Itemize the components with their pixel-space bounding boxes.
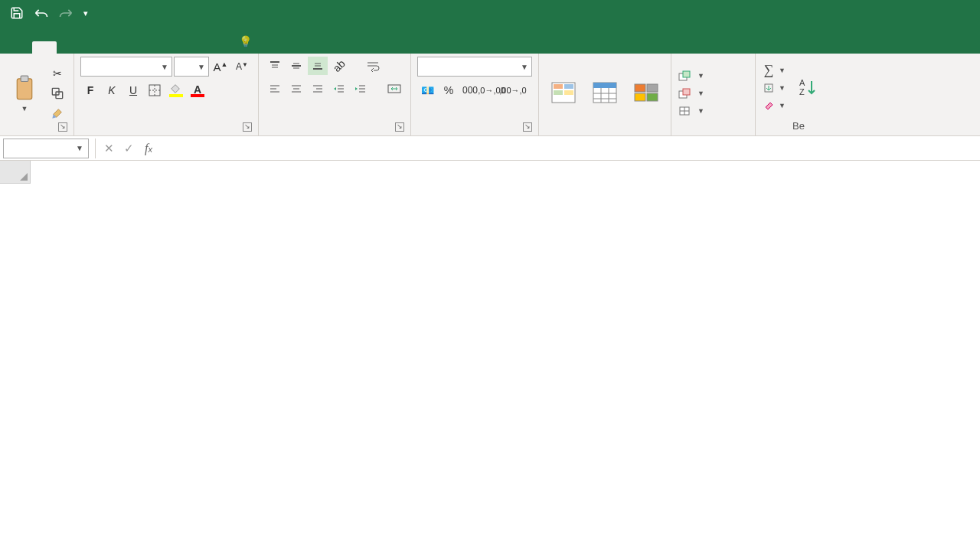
tell-me-search[interactable]: 💡 <box>228 29 267 54</box>
svg-rect-51 <box>683 89 690 95</box>
align-left-button[interactable] <box>265 80 285 98</box>
comma-format-button[interactable]: 000 <box>460 81 480 99</box>
font-color-button[interactable]: A <box>188 81 207 99</box>
tab-review[interactable] <box>155 41 179 54</box>
decrease-font-button[interactable]: A▼ <box>232 57 252 76</box>
svg-rect-35 <box>564 84 573 89</box>
orientation-icon: ab <box>331 57 348 74</box>
bold-button[interactable]: F <box>80 81 100 99</box>
tab-pagelayout[interactable] <box>81 41 106 54</box>
accounting-format-button[interactable]: 💶 <box>417 81 437 99</box>
conditional-formatting-button[interactable] <box>545 77 582 109</box>
save-button[interactable] <box>6 2 28 24</box>
sort-filter-button[interactable]: AZ <box>790 72 825 104</box>
chevron-down-icon: ▼ <box>161 63 168 71</box>
italic-icon: K <box>108 84 115 96</box>
delete-cells-button[interactable]: ▼ <box>678 86 704 101</box>
tab-file[interactable] <box>8 41 32 54</box>
format-cells-icon <box>678 104 691 118</box>
align-right-icon <box>312 83 324 95</box>
undo-button[interactable] <box>31 2 52 24</box>
clear-button[interactable]: ▼ <box>762 98 786 113</box>
worksheet-grid <box>0 161 980 551</box>
thousands-icon: 000 <box>462 85 478 96</box>
cut-button[interactable]: ✂ <box>47 64 67 83</box>
ribbon: ▼ ✂ ↘ ▼ ▼ A▲ A▼ F K <box>0 54 980 136</box>
svg-text:A: A <box>799 78 805 87</box>
font-name-combo[interactable]: ▼ <box>80 57 172 77</box>
svg-rect-46 <box>635 93 645 101</box>
svg-rect-4 <box>149 85 160 96</box>
increase-indent-button[interactable] <box>351 80 371 98</box>
scissors-icon: ✂ <box>53 67 62 80</box>
clipboard-icon <box>11 74 38 102</box>
borders-button[interactable] <box>145 81 165 99</box>
alignment-launcher[interactable]: ↘ <box>395 122 404 132</box>
redo-button[interactable] <box>55 2 77 24</box>
tab-data[interactable] <box>130 41 155 54</box>
x-icon: ✕ <box>104 142 114 155</box>
decrease-font-icon: A▼ <box>236 61 248 72</box>
group-font: ▼ ▼ A▲ A▼ F K U A <box>74 54 259 135</box>
formula-bar: ▼ ✕ ✓ fx <box>0 136 980 161</box>
percent-format-button[interactable]: % <box>439 81 459 99</box>
number-launcher[interactable]: ↘ <box>523 122 532 132</box>
select-all-button[interactable] <box>0 161 31 184</box>
orientation-button[interactable]: ab <box>329 57 349 75</box>
svg-rect-47 <box>647 93 658 101</box>
title-bar: ▾ <box>0 0 980 26</box>
fill-color-button[interactable] <box>166 81 186 99</box>
svg-rect-49 <box>683 71 690 77</box>
font-size-combo[interactable]: ▼ <box>174 57 209 77</box>
copy-button[interactable] <box>47 84 67 103</box>
italic-button[interactable]: K <box>102 81 122 99</box>
tab-home[interactable] <box>32 41 57 54</box>
format-as-table-button[interactable] <box>586 77 623 109</box>
name-box[interactable]: ▼ <box>3 139 89 158</box>
paste-button[interactable]: ▼ <box>6 73 43 114</box>
font-launcher[interactable]: ↘ <box>243 122 252 132</box>
group-editing: ∑▼ ▼ ▼ AZ Be <box>756 54 831 135</box>
svg-text:Z: Z <box>799 87 805 96</box>
insert-function-button[interactable]: fx <box>139 139 158 158</box>
wrap-text-button[interactable] <box>363 57 383 75</box>
insert-cells-button[interactable]: ▼ <box>678 68 704 83</box>
decrease-decimal-button[interactable]: ,00→,0 <box>503 81 523 99</box>
merge-center-button[interactable] <box>384 80 404 98</box>
underline-button[interactable]: U <box>123 81 143 99</box>
align-center-button[interactable] <box>286 80 306 98</box>
font-color-icon: A <box>191 83 204 97</box>
enter-formula-button[interactable]: ✓ <box>119 139 139 158</box>
tab-formulas[interactable] <box>106 41 130 54</box>
increase-font-button[interactable]: A▲ <box>211 57 230 76</box>
autosum-button[interactable]: ∑▼ <box>762 63 786 78</box>
check-icon: ✓ <box>124 142 134 155</box>
increase-decimal-button[interactable]: ,0→,00 <box>482 81 501 99</box>
tab-powerpivot[interactable] <box>204 41 228 54</box>
fill-button[interactable]: ▼ <box>762 80 786 96</box>
align-right-button[interactable] <box>308 80 328 98</box>
bucket-icon <box>169 83 183 97</box>
indent-icon <box>354 83 367 95</box>
align-middle-button[interactable] <box>286 57 306 75</box>
svg-rect-37 <box>564 90 573 95</box>
format-cells-button[interactable]: ▼ <box>678 103 704 119</box>
chevron-down-icon: ▼ <box>521 63 528 71</box>
fx-icon: fx <box>145 142 152 155</box>
tab-insert[interactable] <box>57 41 81 54</box>
decrease-indent-button[interactable] <box>329 80 349 98</box>
qat-customize-button[interactable]: ▾ <box>80 2 92 24</box>
cell-styles-button[interactable] <box>628 77 665 109</box>
cell-styles-icon <box>632 79 660 106</box>
tab-view[interactable] <box>179 41 204 54</box>
table-icon <box>591 79 619 106</box>
bold-icon: F <box>87 84 94 96</box>
align-bottom-button[interactable] <box>308 57 328 75</box>
cancel-formula-button[interactable]: ✕ <box>99 139 119 158</box>
group-number: ▼ 💶 % 000 ,0→,00 ,00→,0 ↘ <box>411 54 539 135</box>
ribbon-tabstrip: 💡 <box>0 26 980 54</box>
clipboard-launcher[interactable]: ↘ <box>58 122 67 132</box>
format-painter-button[interactable] <box>47 104 67 122</box>
number-format-combo[interactable]: ▼ <box>417 57 532 77</box>
align-top-button[interactable] <box>265 57 285 75</box>
